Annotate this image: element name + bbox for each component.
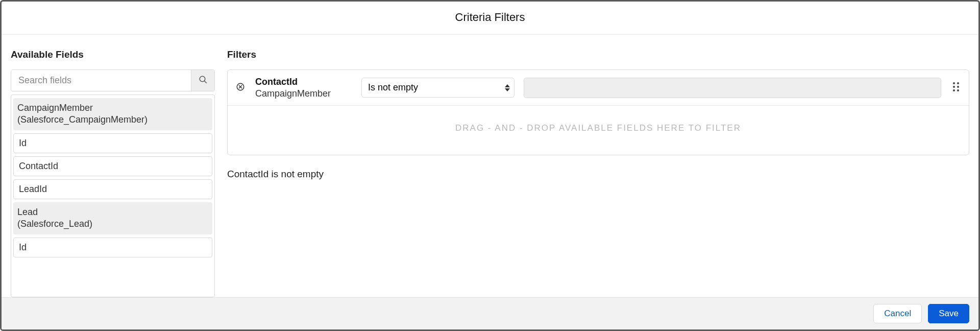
filters-panel: Filters ContactId CampaignMember Is not …	[227, 49, 969, 297]
modal-body: Available Fields CampaignMember (Salesfo…	[2, 35, 978, 297]
search-row	[11, 69, 215, 91]
filter-value-input[interactable]	[524, 78, 941, 98]
svg-point-7	[953, 82, 955, 84]
grip-icon	[952, 82, 960, 94]
field-group-header: CampaignMember (Salesforce_CampaignMembe…	[13, 98, 212, 130]
modal-title: Criteria Filters	[2, 2, 978, 35]
field-item[interactable]: Id	[13, 133, 212, 153]
svg-line-1	[204, 81, 207, 83]
field-item[interactable]: Id	[13, 238, 212, 257]
field-item[interactable]: LeadId	[13, 179, 212, 199]
close-circle-icon	[236, 82, 245, 93]
stepper-icon	[505, 84, 510, 91]
search-input[interactable]	[11, 70, 191, 91]
svg-point-10	[957, 86, 959, 88]
svg-point-0	[200, 76, 205, 82]
cancel-button[interactable]: Cancel	[873, 304, 922, 323]
svg-point-12	[957, 89, 959, 91]
filter-label: ContactId CampaignMember	[255, 76, 352, 99]
svg-point-11	[953, 89, 955, 91]
svg-marker-5	[505, 84, 510, 87]
group-api: (Salesforce_Lead)	[17, 218, 208, 230]
filters-box: ContactId CampaignMember Is not empty	[227, 69, 969, 155]
search-icon	[199, 75, 208, 86]
fields-list[interactable]: CampaignMember (Salesforce_CampaignMembe…	[11, 95, 214, 297]
drop-hint[interactable]: DRAG - AND - DROP AVAILABLE FIELDS HERE …	[228, 106, 969, 155]
drag-handle[interactable]	[950, 82, 962, 94]
svg-marker-6	[505, 88, 510, 91]
filter-field-name: ContactId	[255, 76, 352, 88]
available-fields-panel: Available Fields CampaignMember (Salesfo…	[11, 49, 215, 297]
modal-footer: Cancel Save	[2, 297, 978, 329]
filter-expression: ContactId is not empty	[227, 169, 969, 180]
operator-value: Is not empty	[368, 82, 418, 92]
group-api: (Salesforce_CampaignMember)	[17, 114, 208, 126]
fields-list-container: CampaignMember (Salesforce_CampaignMembe…	[11, 94, 215, 297]
svg-point-8	[957, 82, 959, 84]
group-name: CampaignMember	[17, 102, 208, 114]
filter-row: ContactId CampaignMember Is not empty	[228, 70, 969, 106]
svg-point-9	[953, 86, 955, 88]
search-button[interactable]	[191, 70, 214, 91]
filter-field-source: CampaignMember	[255, 88, 352, 100]
field-item[interactable]: ContactId	[13, 156, 212, 176]
remove-filter-button[interactable]	[235, 82, 246, 93]
operator-select[interactable]: Is not empty	[361, 78, 514, 98]
group-name: Lead	[17, 206, 208, 218]
field-group-header: Lead (Salesforce_Lead)	[13, 202, 212, 234]
criteria-filters-modal: Criteria Filters Available Fields Campai…	[0, 0, 980, 331]
save-button[interactable]: Save	[928, 304, 969, 323]
filters-title: Filters	[227, 49, 969, 60]
available-fields-title: Available Fields	[11, 49, 215, 60]
